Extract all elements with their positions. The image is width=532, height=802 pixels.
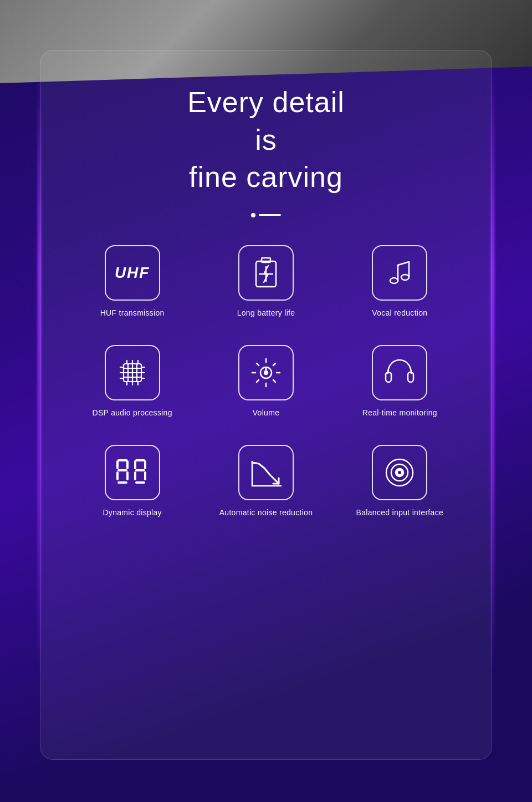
- svg-rect-46: [126, 471, 129, 480]
- svg-rect-53: [144, 471, 146, 480]
- battery-icon-box: [238, 245, 294, 301]
- divider-line: [259, 214, 281, 216]
- target-icon-box: [372, 445, 427, 500]
- noise-icon-box: [238, 445, 294, 500]
- svg-rect-51: [135, 469, 145, 471]
- svg-rect-42: [116, 460, 119, 469]
- feature-dsp: DSP audio processing: [74, 345, 191, 417]
- sun-knob-icon: [249, 356, 283, 390]
- battery-icon: [252, 256, 280, 290]
- feature-long-battery-life: Long battery life: [207, 245, 324, 317]
- svg-rect-50: [144, 460, 146, 469]
- vocal-label: Vocal reduction: [372, 308, 427, 317]
- dsp-label: DSP audio processing: [93, 408, 172, 417]
- battery-label: Long battery life: [237, 308, 295, 317]
- feature-huf-transmission: UHF HUF transmission: [74, 245, 191, 317]
- svg-line-32: [257, 363, 259, 366]
- svg-rect-54: [135, 481, 145, 484]
- svg-rect-52: [134, 471, 136, 480]
- music-notes-icon: [383, 256, 416, 290]
- svg-line-34: [273, 363, 275, 366]
- huf-label: HUF transmission: [100, 308, 165, 317]
- feature-noise-reduction: Automatic noise reduction: [207, 445, 324, 517]
- svg-line-35: [257, 380, 259, 382]
- svg-line-8: [398, 262, 409, 265]
- headline: Every detail is fine carving: [187, 84, 345, 196]
- svg-point-6: [401, 275, 409, 280]
- svg-rect-47: [117, 481, 127, 484]
- noise-graph-icon: [248, 456, 284, 489]
- headline-line1: Every detail: [187, 86, 345, 118]
- divider-dot: [251, 213, 255, 217]
- vocal-icon-box: [372, 245, 427, 301]
- svg-rect-45: [116, 471, 119, 480]
- uhf-icon: UHF: [115, 264, 150, 282]
- noise-label: Automatic noise reduction: [219, 508, 313, 517]
- display-icon-box: [105, 445, 160, 500]
- dynamic-display-label: Dynamic display: [103, 508, 161, 517]
- feature-realtime-monitoring: Real-time monitoring: [341, 345, 458, 417]
- svg-rect-48: [135, 459, 145, 461]
- monitoring-label: Real-time monitoring: [362, 408, 437, 417]
- feature-vocal-reduction: Vocal reduction: [341, 245, 458, 317]
- volume-icon-box: [238, 345, 294, 400]
- feature-dynamic-display: Dynamic display: [74, 445, 191, 517]
- main-card: Every detail is fine carving UHF HUF tra…: [40, 50, 492, 760]
- display-88-icon: [114, 457, 151, 488]
- volume-label: Volume: [253, 408, 280, 417]
- svg-rect-1: [262, 258, 270, 262]
- svg-point-4: [390, 278, 398, 283]
- features-grid: UHF HUF transmission Long battery life: [63, 245, 469, 517]
- target-circle-icon: [382, 455, 417, 490]
- svg-rect-43: [126, 460, 129, 469]
- svg-point-60: [398, 471, 401, 474]
- chip-icon-box: [105, 345, 160, 400]
- headphones-icon: [382, 356, 417, 390]
- huf-icon-box: UHF: [105, 245, 160, 301]
- chip-icon: [115, 355, 150, 390]
- divider: [251, 213, 281, 217]
- headline-line3: fine carving: [189, 161, 343, 193]
- headphones-icon-box: [372, 345, 427, 400]
- feature-volume: Volume: [207, 345, 324, 417]
- svg-rect-41: [117, 459, 127, 461]
- svg-line-33: [273, 380, 275, 382]
- headline-line2: is: [255, 124, 277, 156]
- balanced-label: Balanced input interface: [356, 508, 443, 517]
- svg-rect-44: [117, 469, 127, 471]
- svg-rect-49: [134, 460, 136, 469]
- feature-balanced-input: Balanced input interface: [341, 445, 458, 517]
